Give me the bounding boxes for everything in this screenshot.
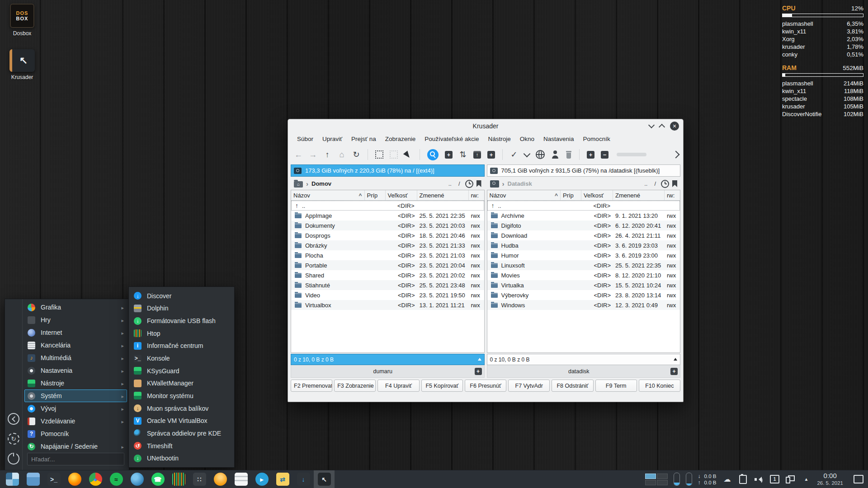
user-icon[interactable] — [551, 150, 559, 159]
disk-usage-bar[interactable]: 173,3 GiB voľných z 220,3 GiB (78%) na /… — [291, 164, 485, 177]
file-row[interactable]: Windows <DIR> 12. 3. 2021 0:49 rwx — [487, 300, 680, 310]
desktop-2-cell[interactable] — [657, 474, 668, 479]
breadcrumb-current[interactable]: Datadisk — [508, 180, 532, 187]
function-key-button[interactable]: F10 Koniec — [639, 380, 680, 392]
taskbar-app[interactable]: ↖ — [314, 470, 335, 488]
new-file-icon[interactable] — [445, 151, 453, 159]
function-key-button[interactable]: F9 Term — [595, 380, 637, 392]
file-row[interactable]: Virtualka <DIR> 15. 5. 2021 10:24 rwx — [487, 280, 680, 290]
file-row[interactable]: Hudba <DIR> 3. 6. 2019 23:03 rwx — [487, 240, 680, 250]
toolbar-separator[interactable] — [579, 149, 580, 160]
submenu-item[interactable]: KWalletManager — [131, 377, 232, 389]
submenu-item[interactable]: Htop — [131, 327, 232, 340]
file-row[interactable]: Výberovky <DIR> 23. 8. 2020 13:14 rwx — [487, 290, 680, 300]
menu-category[interactable]: Systém — [24, 389, 127, 402]
desktop-3-cell[interactable] — [645, 480, 656, 485]
function-key-button[interactable]: F6 Presunúť — [465, 380, 506, 392]
zoom-in-icon[interactable] — [587, 151, 594, 159]
file-row[interactable]: AppImage <DIR> 25. 5. 2021 22:35 rwx — [291, 211, 484, 221]
submenu-item[interactable]: Dolphin — [131, 302, 232, 315]
menu-item[interactable]: Nástroje — [484, 134, 515, 144]
clock-widget[interactable]: 0:00 26. 5. 2021 — [817, 472, 843, 487]
menu-category[interactable]: ? Pomocník — [24, 427, 127, 440]
column-headers[interactable]: Názov Príp Veľkosť Zmenené rw: — [487, 190, 680, 201]
file-row[interactable]: Humor <DIR> 3. 6. 2019 23:00 rwx — [487, 250, 680, 260]
toolbar-separator[interactable] — [420, 149, 420, 160]
parent-dir-button[interactable]: .. — [447, 180, 453, 187]
new-tab-button[interactable] — [670, 368, 678, 375]
virtual-desktop-pager[interactable] — [645, 474, 668, 485]
history-icon[interactable] — [661, 180, 669, 188]
toolbar-separator[interactable] — [502, 149, 503, 160]
pointer-icon[interactable] — [404, 149, 412, 160]
taskbar-app[interactable] — [23, 470, 43, 488]
back-button[interactable] — [8, 413, 19, 425]
menu-item[interactable]: Pomocník — [579, 134, 615, 144]
toolbar-overflow-icon[interactable] — [672, 151, 680, 159]
function-key-button[interactable]: F3 Zobrazenie — [334, 380, 376, 392]
submenu-item[interactable]: i Informačné centrum — [131, 340, 232, 352]
globe-icon[interactable] — [536, 150, 545, 159]
panel-tab[interactable]: datadisk — [487, 368, 671, 375]
desktop-1-cell[interactable] — [645, 474, 656, 479]
taskbar-app[interactable]: ≈ — [106, 470, 127, 488]
disk-usage-bar[interactable]: 705,1 GiB voľných z 931,5 GiB (75%) na /… — [487, 164, 681, 177]
desktop-icon[interactable]: ↖ Krusader — [6, 49, 38, 80]
volume-icon[interactable] — [754, 474, 764, 485]
titlebar[interactable]: Krusader × — [288, 119, 683, 133]
taskbar-app[interactable]: >_ — [43, 470, 64, 488]
parent-dir-button[interactable]: .. — [642, 180, 649, 187]
submenu-item[interactable]: ↺ Timeshift — [131, 440, 232, 452]
file-row[interactable]: Obrázky <DIR> 23. 5. 2021 21:33 rwx — [291, 240, 484, 250]
submenu-item[interactable]: Monitor systému — [131, 389, 232, 402]
desktop-icon[interactable]: DOS BOX Dosbox — [6, 4, 38, 37]
file-row[interactable]: Linuxsoft <DIR> 25. 5. 2021 22:35 rwx — [487, 260, 680, 270]
function-key-button[interactable]: F7 VytvAdr — [508, 380, 550, 392]
desktop-4-cell[interactable] — [657, 480, 668, 485]
disk-icon[interactable] — [490, 180, 499, 188]
menu-item[interactable]: Používateľské akcie — [420, 134, 483, 144]
taskbar-app[interactable]: ☎ — [147, 470, 168, 488]
file-row[interactable]: Archívne <DIR> 9. 1. 2021 13:20 rwx — [487, 211, 680, 221]
file-row[interactable]: Digifoto <DIR> 6. 12. 2020 20:41 rwx — [487, 221, 680, 230]
unselect-group-icon[interactable] — [390, 150, 398, 159]
archive-icon[interactable] — [473, 151, 481, 159]
function-key-button[interactable]: F2 Premenovať — [291, 380, 332, 392]
meter-widget[interactable] — [674, 473, 680, 486]
close-button[interactable]: × — [670, 122, 679, 131]
zoom-out-icon[interactable] — [601, 151, 609, 159]
meter-widget[interactable] — [686, 473, 692, 486]
root-dir-button[interactable]: / — [457, 180, 462, 187]
extract-icon[interactable] — [487, 151, 495, 159]
menu-item[interactable]: Súbor — [292, 134, 318, 144]
menu-category[interactable]: ♪ Multimédiá — [24, 352, 127, 364]
taskbar-app[interactable] — [168, 470, 189, 488]
file-row[interactable]: Virtualbox <DIR> 13. 1. 2021 11:21 rwx — [291, 300, 484, 310]
submenu-item[interactable]: >_ Konsole — [131, 352, 232, 365]
taskbar-app[interactable]: ▸ — [251, 470, 272, 488]
function-key-button[interactable]: F4 Upraviť — [377, 380, 419, 392]
submenu-item[interactable]: ↓ UNetbootin — [131, 452, 232, 465]
taskbar-app[interactable]: ∷ — [189, 470, 210, 488]
menu-item[interactable]: Zobrazenie — [381, 134, 420, 144]
bookmark-icon[interactable] — [672, 180, 677, 187]
minimize-button[interactable] — [648, 122, 655, 128]
new-tab-button[interactable] — [475, 368, 482, 375]
file-row[interactable]: Video <DIR> 23. 5. 2021 19:50 rwx — [291, 290, 484, 300]
back-icon[interactable]: ← — [294, 149, 302, 160]
file-row[interactable]: Dosprogs <DIR> 18. 5. 2021 20:46 rwx — [291, 230, 484, 240]
submenu-item[interactable]: ↓ Muon správca balíkov — [131, 402, 232, 415]
trash-icon[interactable] — [566, 151, 572, 159]
taskbar-app[interactable] — [64, 470, 85, 488]
menu-category[interactable]: Hry — [24, 314, 127, 326]
taskbar-app[interactable] — [127, 470, 147, 488]
tray-expander-icon[interactable]: ▲ — [801, 474, 811, 485]
file-row[interactable]: Dokumenty <DIR> 23. 5. 2021 20:03 rwx — [291, 221, 484, 230]
collapse-triangle-icon[interactable] — [478, 356, 481, 361]
file-row[interactable]: Movies <DIR> 8. 12. 2020 21:10 rwx — [487, 270, 680, 280]
menu-item[interactable]: Upraviť — [318, 134, 347, 144]
function-key-button[interactable]: F5 Kopírovať — [421, 380, 463, 392]
search-input[interactable] — [27, 453, 124, 465]
up-icon[interactable]: ↑ — [323, 149, 331, 160]
submenu-item[interactable]: V Oracle VM VirtualBox — [131, 414, 232, 427]
